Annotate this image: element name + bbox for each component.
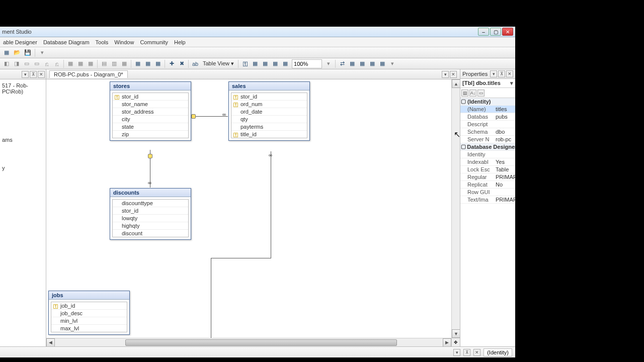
column[interactable]: job_desc [51,310,127,317]
scroll-up-icon[interactable]: ▲ [452,79,460,88]
column[interactable]: discount [113,230,188,237]
zoom-combobox[interactable] [292,59,322,68]
tb-icon[interactable]: ▦ [120,59,129,68]
property-pages-icon[interactable]: ▭ [477,89,485,97]
property-category[interactable]: ▢(Identity) [460,98,515,106]
column[interactable]: lowqty [113,215,188,222]
status-close-icon[interactable]: ✕ [473,349,480,356]
tb-icon[interactable]: ▦ [66,59,75,68]
zoom-dropdown-icon[interactable]: ▾ [324,59,333,68]
vertical-scrollbar[interactable]: ▲ ▼ [451,79,460,338]
relationship-line[interactable] [211,258,271,258]
tb-icon[interactable]: ▦ [368,59,377,68]
column[interactable]: min_lvl [51,317,127,325]
open-icon[interactable]: 📂 [13,48,22,57]
menu-window[interactable]: Window [114,39,134,45]
new-table-icon[interactable]: ▦ [133,59,142,68]
column[interactable]: highqty [113,222,188,230]
tree-node[interactable]: ams [2,136,44,144]
tb-icon[interactable]: ▦ [271,59,280,68]
toolbar-dropdown-icon[interactable]: ▾ [38,48,47,57]
categorized-icon[interactable]: ▤ [461,89,468,97]
relationship-line[interactable] [271,151,271,258]
tb-icon[interactable]: ✚ [167,59,176,68]
property-row[interactable]: (Name)titles [460,106,515,113]
tb-icon[interactable]: ▦ [358,59,367,68]
tb-icon[interactable]: ◨ [12,59,21,68]
column[interactable]: stor_name [113,101,188,108]
property-row[interactable]: Schemadbo [460,128,515,136]
tb-icon[interactable]: ▦ [261,59,270,68]
save-icon[interactable]: 💾 [23,48,32,57]
minimize-button[interactable]: – [478,28,489,36]
property-row[interactable]: Descript [460,121,515,128]
scroll-down-icon[interactable]: ▼ [452,329,460,338]
tb-icon[interactable]: ▦ [281,59,290,68]
pan-icon[interactable]: ✥ [451,338,460,346]
property-row[interactable]: Identity [460,151,515,158]
table-header[interactable]: stores [110,82,191,90]
table-stores[interactable]: storesstor_idstor_namestor_addresscityst… [110,81,191,141]
alphabetical-icon[interactable]: A↓ [469,89,476,97]
status-pin-icon[interactable]: ⊼ [463,349,470,356]
dropdown-icon[interactable]: ▾ [490,70,497,77]
diagram-canvas[interactable]: ∞ ∞ ∞ ▲ ▼ ◀ ▶ [46,79,460,346]
table-header[interactable]: discounts [110,189,191,197]
scroll-thumb[interactable] [125,339,397,346]
tb-icon[interactable]: ⇄ [338,59,347,68]
scroll-left-icon[interactable]: ◀ [46,338,55,347]
menu-diagram[interactable]: Database Diagram [43,39,90,45]
column[interactable]: ord_date [231,108,307,116]
tree-node[interactable]: y [2,164,44,172]
table-jobs[interactable]: jobsjob_idjob_descmin_lvlmax_lvl [48,291,130,335]
tb-icon[interactable]: ▦ [378,59,387,68]
menu-designer[interactable]: able Designer [3,39,37,45]
tb-icon[interactable]: ⎌ [42,59,51,68]
tb-icon[interactable]: ▭ [22,59,31,68]
relationships-icon[interactable]: ⚿ [240,59,250,68]
menu-help[interactable]: Help [174,39,186,45]
menu-community[interactable]: Community [140,39,168,45]
tb-icon[interactable]: ▦ [153,59,163,68]
close-icon[interactable]: ✕ [38,71,45,78]
property-row[interactable]: Row GUI [460,189,515,196]
table-header[interactable]: sales [229,82,309,90]
menu-tools[interactable]: Tools [96,39,109,45]
tb-icon[interactable]: ▦ [348,59,357,68]
column[interactable]: zip [113,131,188,138]
document-tab[interactable]: ROB-PC.pubs - Diagram_0* [49,70,128,78]
table-header[interactable]: jobs [49,291,129,300]
text-annotation-icon[interactable]: ab [191,59,200,68]
tb-icon[interactable]: ▦ [76,59,85,68]
close-doc-icon[interactable]: ✕ [450,71,457,78]
tb-icon[interactable]: ▭ [32,59,41,68]
tb-icon[interactable]: ⎌ [52,59,61,68]
column[interactable]: ord_num [231,101,307,108]
tb-icon[interactable]: ▤ [100,59,109,68]
close-icon[interactable]: ✕ [506,70,513,77]
table-discounts[interactable]: discountsdiscounttypestor_idlowqtyhighqt… [110,188,191,240]
column[interactable]: qty [231,116,307,123]
scroll-right-icon[interactable]: ▶ [443,338,451,347]
property-row[interactable]: RegularPRIMARY [460,173,515,181]
column[interactable]: stor_id [113,207,188,215]
server-node[interactable]: 517 - Rob-PC\Rob) [2,81,44,96]
column[interactable]: discounttype [113,200,188,207]
horizontal-scrollbar[interactable]: ◀ ▶ [46,338,451,346]
property-row[interactable]: Databaspubs [460,113,515,121]
table-view-dropdown[interactable]: Table View ▾ [201,60,236,67]
pin-icon[interactable]: ⊼ [30,71,37,78]
column[interactable]: state [113,123,188,131]
new-icon[interactable]: ▦ [2,48,11,57]
column[interactable]: title_id [231,131,307,138]
relationship-line[interactable] [211,258,211,338]
tb-icon[interactable]: ▦ [251,59,260,68]
tb-icon[interactable]: ▥ [110,59,119,68]
tb-icon[interactable]: ✖ [177,59,186,68]
property-row[interactable]: Lock EscTable [460,166,515,173]
tb-icon[interactable]: ▦ [86,59,95,68]
column[interactable]: stor_id [113,93,188,101]
column[interactable]: stor_id [231,93,307,101]
table-sales[interactable]: salesstor_idord_numord_dateqtypaytermsti… [228,81,310,141]
column[interactable]: payterms [231,123,307,131]
